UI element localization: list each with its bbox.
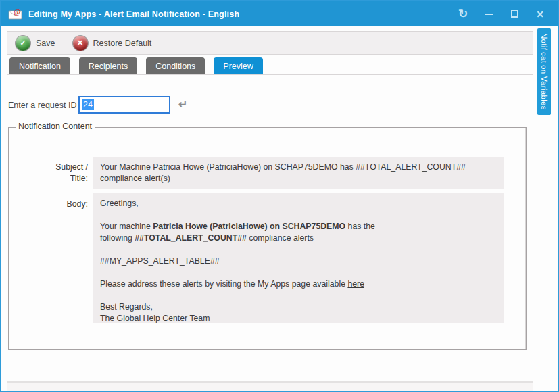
- subject-value: Your Machine Patricia Howe (PatriciaHowe…: [93, 157, 504, 189]
- refresh-icon[interactable]: ↻: [455, 6, 471, 22]
- maximize-box: [511, 10, 518, 18]
- request-id-input[interactable]: 24: [79, 97, 170, 113]
- save-button-label: Save: [36, 39, 55, 48]
- toolbar: ✓ Save ✕ Restore Default: [7, 31, 533, 55]
- window-controls: ↻ ✕: [455, 1, 548, 26]
- save-check-icon: ✓: [16, 36, 30, 51]
- tab-notification[interactable]: Notification: [9, 57, 70, 74]
- notification-variables-tab-label: Notification Variables: [540, 33, 548, 110]
- maximize-icon[interactable]: [506, 6, 522, 22]
- restore-default-button[interactable]: ✕ Restore Default: [73, 36, 152, 51]
- svg-text:@: @: [14, 8, 20, 16]
- titlebar: @ Editing My Apps - Alert Email Notifica…: [1, 1, 558, 26]
- window-title: Editing My Apps - Alert Email Notificati…: [28, 9, 239, 19]
- tab-recipients[interactable]: Recipients: [79, 57, 137, 74]
- body-value: Greetings, Your machine Patricia Howe (P…: [93, 193, 504, 323]
- tab-conditions[interactable]: Conditions: [146, 57, 205, 74]
- dialog-window: @ Editing My Apps - Alert Email Notifica…: [0, 0, 559, 392]
- notification-variables-tab[interactable]: Notification Variables: [537, 28, 551, 115]
- request-id-selected-text: 24: [82, 99, 94, 110]
- group-title: Notification Content: [16, 122, 95, 131]
- close-icon[interactable]: ✕: [532, 6, 548, 22]
- body-label: Body:: [36, 199, 88, 210]
- app-email-icon: @: [8, 8, 23, 20]
- minimize-bar: [485, 14, 493, 15]
- restore-x-icon: ✕: [73, 36, 88, 51]
- restore-default-button-label: Restore Default: [93, 39, 152, 48]
- enter-return-icon: ↵: [178, 98, 187, 111]
- footer-strip: [7, 382, 533, 391]
- tab-strip: Notification Recipients Conditions Previ…: [7, 57, 533, 74]
- tab-preview[interactable]: Preview: [214, 57, 262, 74]
- save-button[interactable]: ✓ Save: [16, 36, 55, 51]
- request-id-label: Enter a request ID t: [8, 101, 81, 110]
- minimize-icon[interactable]: [481, 6, 497, 22]
- subject-title-label: Subject / Title:: [36, 162, 88, 185]
- notification-content-group: Notification Content Subject / Title: Yo…: [8, 127, 527, 350]
